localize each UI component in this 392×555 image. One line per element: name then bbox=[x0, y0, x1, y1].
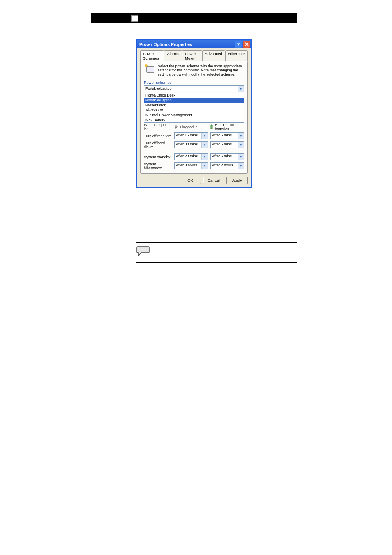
tab-power-meter[interactable]: Power Meter bbox=[182, 50, 202, 61]
header-marker bbox=[131, 15, 138, 22]
apply-button[interactable]: Apply bbox=[226, 177, 248, 184]
standby-plugged-combo[interactable]: After 20 mins ▾ bbox=[174, 153, 208, 160]
hibernate-battery-combo[interactable]: After 2 hours ▾ bbox=[210, 162, 244, 169]
monitor-plugged-combo[interactable]: After 15 mins ▾ bbox=[174, 132, 208, 139]
chevron-down-icon: ▾ bbox=[201, 154, 208, 160]
chevron-down-icon: ▾ bbox=[201, 142, 208, 148]
scheme-option-home-office[interactable]: Home/Office Desk bbox=[144, 93, 244, 98]
help-button[interactable]: ? bbox=[235, 41, 242, 48]
scheme-combo-value: Portable/Laptop bbox=[144, 86, 238, 92]
battery-header: Running on batteries bbox=[215, 123, 244, 131]
schemes-section-label: Power schemes bbox=[144, 80, 244, 85]
chevron-down-icon: ▾ bbox=[238, 142, 244, 148]
svg-rect-1 bbox=[211, 124, 212, 125]
row-label-hibernate: System hibernates: bbox=[144, 162, 174, 170]
chevron-down-icon: ▾ bbox=[238, 154, 244, 160]
monitor-battery-combo[interactable]: After 5 mins ▾ bbox=[210, 132, 244, 139]
dialog-title: Power Options Properties bbox=[139, 42, 234, 47]
scheme-option-minimal-power[interactable]: Minimal Power Management bbox=[144, 113, 244, 117]
svg-rect-0 bbox=[211, 125, 212, 129]
row-label-standby: System standby: bbox=[144, 155, 174, 159]
tab-power-schemes[interactable]: Power Schemes bbox=[140, 50, 164, 61]
chevron-down-icon: ▾ bbox=[238, 86, 244, 92]
battery-icon bbox=[209, 124, 214, 129]
note-block bbox=[136, 242, 297, 263]
harddisks-plugged-combo[interactable]: After 30 mins ▾ bbox=[174, 141, 208, 148]
power-scheme-icon bbox=[144, 64, 155, 74]
header-bar bbox=[91, 13, 297, 23]
scheme-listbox[interactable]: Home/Office Desk Portable/Laptop Present… bbox=[144, 93, 244, 123]
scheme-option-max-battery[interactable]: Max Battery bbox=[144, 117, 244, 122]
scheme-option-portable-laptop[interactable]: Portable/Laptop bbox=[144, 98, 244, 103]
tabs: Power Schemes Alarms Power Meter Advance… bbox=[140, 50, 248, 61]
plugged-in-header: Plugged in bbox=[180, 125, 198, 129]
tab-panel: Select the power scheme with the most ap… bbox=[140, 61, 248, 174]
tab-hibernate[interactable]: Hibernate bbox=[225, 50, 248, 61]
speech-balloon-icon bbox=[136, 246, 151, 260]
harddisks-battery-combo[interactable]: After 5 mins ▾ bbox=[210, 141, 244, 148]
divider bbox=[144, 152, 244, 152]
when-computer-label: When computer is: bbox=[144, 123, 174, 131]
chevron-down-icon: ▾ bbox=[201, 133, 208, 139]
cancel-button[interactable]: Cancel bbox=[203, 177, 224, 184]
tab-advanced[interactable]: Advanced bbox=[202, 50, 225, 61]
ok-button[interactable]: OK bbox=[180, 177, 201, 184]
intro-text: Select the power scheme with the most ap… bbox=[158, 64, 244, 77]
row-label-monitor: Turn off monitor: bbox=[144, 134, 174, 138]
close-button[interactable] bbox=[243, 41, 250, 48]
plug-icon bbox=[174, 124, 179, 129]
scheme-option-presentation[interactable]: Presentation bbox=[144, 103, 244, 108]
row-label-harddisks: Turn off hard disks: bbox=[144, 141, 174, 149]
titlebar: Power Options Properties ? bbox=[137, 40, 251, 48]
scheme-combo[interactable]: Portable/Laptop ▾ bbox=[144, 85, 244, 92]
power-options-dialog: Power Options Properties ? Power Schemes… bbox=[136, 39, 252, 188]
hibernate-plugged-combo[interactable]: After 3 hours ▾ bbox=[174, 162, 208, 169]
scheme-option-always-on[interactable]: Always On bbox=[144, 108, 244, 113]
chevron-down-icon: ▾ bbox=[238, 133, 244, 139]
chevron-down-icon: ▾ bbox=[201, 163, 208, 169]
chevron-down-icon: ▾ bbox=[238, 163, 244, 169]
tab-alarms[interactable]: Alarms bbox=[164, 50, 182, 61]
standby-battery-combo[interactable]: After 5 mins ▾ bbox=[210, 153, 244, 160]
